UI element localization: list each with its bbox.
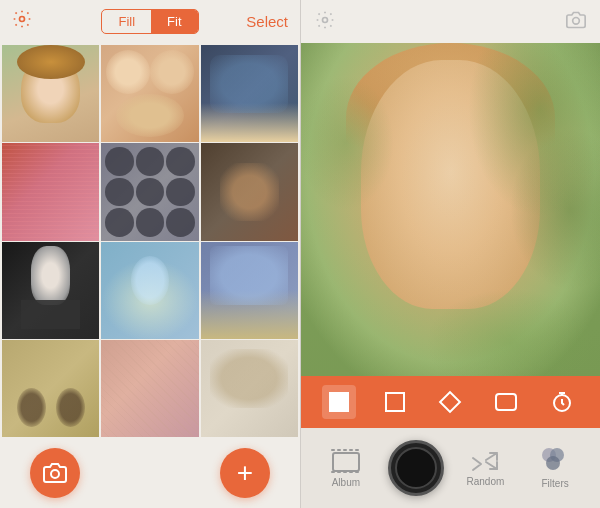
- svg-point-3: [573, 17, 580, 24]
- svg-point-0: [20, 17, 25, 22]
- photo-cell[interactable]: [101, 340, 198, 437]
- select-button[interactable]: Select: [246, 13, 288, 30]
- bottom-bar: Album Random Filters: [301, 428, 600, 508]
- fill-button[interactable]: Fill: [102, 10, 151, 33]
- photo-preview: [301, 43, 600, 376]
- right-panel: Album Random Filters: [301, 0, 600, 508]
- camera-icon-right[interactable]: [566, 10, 586, 34]
- rounded-rect-shape-button[interactable]: [489, 385, 523, 419]
- filters-label: Filters: [542, 478, 569, 489]
- shutter-item[interactable]: [381, 440, 451, 496]
- random-label: Random: [466, 476, 504, 487]
- svg-rect-9: [349, 449, 353, 451]
- left-bottom-bar: +: [0, 438, 300, 508]
- photo-cell[interactable]: [101, 242, 198, 339]
- filters-icon: [542, 448, 568, 474]
- photo-cell[interactable]: [201, 242, 298, 339]
- right-header: [301, 0, 600, 43]
- fill-fit-toggle: Fill Fit: [101, 9, 198, 34]
- svg-rect-13: [343, 471, 347, 473]
- photo-cell[interactable]: [2, 45, 99, 142]
- svg-rect-8: [343, 449, 347, 451]
- svg-rect-5: [333, 453, 359, 471]
- svg-rect-15: [355, 471, 359, 473]
- photo-cell[interactable]: [2, 340, 99, 437]
- svg-rect-12: [337, 471, 341, 473]
- album-label: Album: [332, 477, 360, 488]
- fit-button[interactable]: Fit: [151, 10, 197, 33]
- square-shape-button[interactable]: [378, 385, 412, 419]
- timer-shape-button[interactable]: [545, 385, 579, 419]
- settings-icon[interactable]: [12, 9, 32, 34]
- add-button[interactable]: +: [220, 448, 270, 498]
- photo-grid: [0, 43, 300, 438]
- shutter-button[interactable]: [388, 440, 444, 496]
- settings-icon-right[interactable]: [315, 10, 335, 34]
- album-item[interactable]: Album: [311, 449, 381, 488]
- photo-cell[interactable]: [2, 242, 99, 339]
- svg-rect-10: [355, 449, 359, 451]
- photo-cell[interactable]: [201, 340, 298, 437]
- svg-rect-7: [337, 449, 341, 451]
- svg-rect-14: [349, 471, 353, 473]
- random-item[interactable]: Random: [451, 450, 521, 487]
- shutter-inner: [395, 447, 437, 489]
- photo-cell[interactable]: [101, 45, 198, 142]
- left-header: Fill Fit Select: [0, 0, 300, 43]
- svg-point-1: [51, 470, 59, 478]
- photo-cell[interactable]: [101, 143, 198, 240]
- filled-square-shape-button[interactable]: [322, 385, 356, 419]
- photo-cell[interactable]: [2, 143, 99, 240]
- photo-cell[interactable]: [201, 143, 298, 240]
- svg-point-2: [323, 17, 328, 22]
- camera-button[interactable]: [30, 448, 80, 498]
- shape-bar: [301, 376, 600, 428]
- svg-rect-11: [331, 471, 335, 473]
- left-panel: Fill Fit Select: [0, 0, 300, 508]
- photo-cell[interactable]: [201, 45, 298, 142]
- diamond-shape-button[interactable]: [433, 385, 467, 419]
- svg-rect-6: [331, 449, 335, 451]
- filters-item[interactable]: Filters: [520, 448, 590, 489]
